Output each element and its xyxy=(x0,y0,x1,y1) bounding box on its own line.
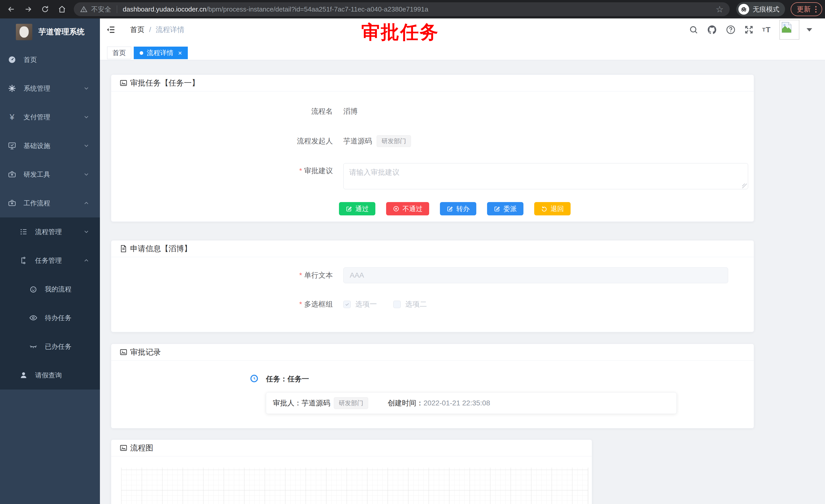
address-bar[interactable]: 不安全 dashboard.yudao.iocoder.cn/bpm/proce… xyxy=(74,2,730,16)
sidebar-item-devtools[interactable]: 研发工具 xyxy=(0,160,100,189)
breadcrumb-separator: / xyxy=(149,26,151,34)
avatar-caret-icon[interactable] xyxy=(807,28,812,31)
check-icon xyxy=(345,302,350,307)
tab-process-detail[interactable]: 流程详情 × xyxy=(134,47,188,59)
suggestion-textarea[interactable] xyxy=(343,163,748,189)
chevron-down-icon xyxy=(83,229,90,235)
card-title: 流程图 xyxy=(130,443,153,453)
chevron-down-icon xyxy=(83,171,90,178)
bpmn-canvas[interactable] xyxy=(121,468,588,504)
edit-icon xyxy=(447,205,453,212)
eye-icon xyxy=(29,314,38,322)
checkbox-option2-label: 选项二 xyxy=(405,300,427,309)
delegate-button[interactable]: 委派 xyxy=(487,202,523,216)
approver-label: 审批人： xyxy=(273,398,302,408)
checkbox-option1-label: 选项一 xyxy=(355,300,377,309)
incognito-badge: 无痕模式 xyxy=(736,2,785,16)
resize-grip-icon[interactable] xyxy=(742,184,747,188)
tags-view-bar: 首页 流程详情 × xyxy=(100,41,825,60)
toolbox-icon xyxy=(8,170,16,179)
chevron-down-icon xyxy=(83,85,90,92)
sidebar-item-workflow[interactable]: 工作流程 xyxy=(0,189,100,218)
suggestion-label: 审批建议 xyxy=(122,163,333,178)
edit-icon xyxy=(346,205,352,212)
page-header: 首页 / 流程详情 审批任务 xyxy=(100,18,825,41)
tab-home[interactable]: 首页 xyxy=(107,47,131,59)
avatar[interactable] xyxy=(779,20,799,40)
sidebar-item-my-process[interactable]: 我的流程 xyxy=(0,275,100,304)
sidebar-item-system[interactable]: 系统管理 xyxy=(0,74,100,103)
url-path: /bpm/process-instance/detail?id=54aa251f… xyxy=(207,5,428,13)
sidebar-item-done-tasks[interactable]: 已办任务 xyxy=(0,332,100,361)
approve-button[interactable]: 通过 xyxy=(339,202,375,216)
record-detail-box: 审批人： 芋道源码 研发部门 创建时间： 2022-01-21 22:35:08 xyxy=(266,392,677,414)
sidebar-item-process-management[interactable]: 流程管理 xyxy=(0,218,100,246)
approval-task-card-header: 审批任务【任务一】 xyxy=(111,75,754,91)
annotation-text: 审批任务 xyxy=(361,20,439,45)
warning-icon xyxy=(80,5,88,13)
incognito-icon xyxy=(738,4,749,15)
browser-home-button[interactable] xyxy=(56,4,68,15)
home-icon xyxy=(58,5,66,14)
breadcrumb-home[interactable]: 首页 xyxy=(130,25,145,34)
browser-update-button[interactable]: 更新 xyxy=(791,2,822,16)
flow-icon xyxy=(19,256,28,265)
sidebar-toggle-button[interactable] xyxy=(106,25,116,34)
checkbox-group-label: 多选框组 xyxy=(122,297,333,312)
circle-close-icon xyxy=(393,205,399,212)
sidebar: 芋道管理系统 首页 系统管理 ¥ 支付管理 xyxy=(0,18,100,504)
browser-toolbar: 不安全 dashboard.yudao.iocoder.cn/bpm/proce… xyxy=(0,0,825,18)
browser-back-button[interactable] xyxy=(6,4,17,15)
undo-icon xyxy=(541,205,547,212)
sidebar-item-infrastructure[interactable]: 基础设施 xyxy=(0,132,100,160)
app-logo[interactable]: 芋道管理系统 xyxy=(0,18,100,45)
reload-icon xyxy=(41,5,50,14)
yen-icon: ¥ xyxy=(8,113,16,121)
process-name-label: 流程名 xyxy=(122,104,333,119)
return-button[interactable]: 退回 xyxy=(534,202,571,216)
briefcase-icon xyxy=(8,199,16,207)
single-line-text-input[interactable] xyxy=(343,267,728,283)
sidebar-item-leave-query[interactable]: 请假查询 xyxy=(0,361,100,390)
text-field-label: 单行文本 xyxy=(122,268,333,283)
browser-reload-button[interactable] xyxy=(40,4,51,15)
chevron-down-icon xyxy=(83,142,90,149)
sidebar-item-payment[interactable]: ¥ 支付管理 xyxy=(0,103,100,132)
reject-button[interactable]: 不通过 xyxy=(386,202,429,216)
initiator-value: 芋道源码 xyxy=(343,136,372,146)
card-title: 申请信息【滔博】 xyxy=(130,244,192,254)
transfer-button[interactable]: 转办 xyxy=(440,202,476,216)
help-icon[interactable] xyxy=(726,25,736,34)
apply-info-card-header: 申请信息【滔博】 xyxy=(111,241,754,257)
active-dot-icon xyxy=(140,51,143,55)
approval-record-card: 审批记录 任务：任务一 审批人： 芋道源码 研发部门 xyxy=(111,344,754,428)
timeline-clock-icon xyxy=(250,374,258,384)
font-size-icon[interactable]: TT xyxy=(762,25,771,34)
person-icon xyxy=(19,371,28,380)
sidebar-item-task-management[interactable]: 任务管理 xyxy=(0,246,100,275)
broken-image-icon xyxy=(781,22,792,33)
process-name-value: 滔博 xyxy=(343,106,358,116)
card-title: 审批记录 xyxy=(130,347,161,357)
close-icon[interactable]: × xyxy=(178,50,182,56)
user-face-icon xyxy=(29,285,38,293)
created-time-label: 创建时间： xyxy=(388,398,424,408)
search-icon[interactable] xyxy=(689,25,698,34)
sidebar-item-todo-tasks[interactable]: 待办任务 xyxy=(0,304,100,332)
checkbox-option1[interactable] xyxy=(343,301,351,308)
fullscreen-icon[interactable] xyxy=(744,25,754,34)
chevron-up-icon xyxy=(83,257,90,264)
back-icon xyxy=(7,5,16,14)
security-label[interactable]: 不安全 xyxy=(91,5,111,14)
github-icon[interactable] xyxy=(707,24,717,35)
browser-forward-button[interactable] xyxy=(22,4,34,15)
checkbox-option2[interactable] xyxy=(393,301,401,308)
sidebar-item-home[interactable]: 首页 xyxy=(0,45,100,74)
approval-task-card: 审批任务【任务一】 流程名 滔博 流程发起人 芋道源码 研发部门 xyxy=(111,75,754,222)
hamburger-fold-icon xyxy=(106,25,116,34)
app-title: 芋道管理系统 xyxy=(39,27,85,37)
browser-menu-icon[interactable] xyxy=(814,6,818,12)
department-tag: 研发部门 xyxy=(334,397,368,409)
bookmark-star-icon[interactable]: ☆ xyxy=(716,4,724,14)
page-content: 审批任务【任务一】 流程名 滔博 流程发起人 芋道源码 研发部门 xyxy=(100,60,825,504)
